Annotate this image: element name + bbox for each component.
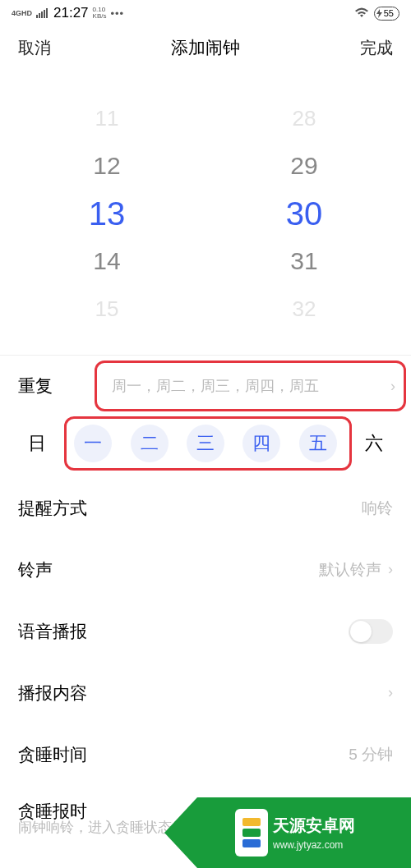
more-icon: ••• [110,7,124,20]
watermark: 天源安卓网 www.jytyaz.com [197,797,411,868]
chevron-right-icon: › [388,684,393,701]
picker-hour: 14 [93,245,120,278]
status-time: 21:27 [53,5,89,21]
status-right: 55 [354,7,399,21]
header: 取消 添加闹钟 完成 [0,23,411,76]
page-title: 添加闹钟 [171,36,240,59]
picker-hour: 11 [95,102,119,135]
chevron-right-icon: › [388,561,393,578]
alert-mode-label: 提醒方式 [18,497,87,520]
snooze-value: 5 分钟 [349,744,393,765]
days-row: 日 一 二 三 四 五 六 [0,416,411,477]
chevron-right-icon: › [390,378,395,395]
day-thu[interactable]: 四 [242,425,280,462]
settings-list: 重复 周一，周二，周三，周四，周五 › 日 一 二 三 四 五 六 提醒方式 响… [0,355,411,845]
network-type-label: 4GHD [12,9,32,17]
day-tue[interactable]: 二 [131,425,169,462]
repeat-label: 重复 [18,374,53,397]
cancel-button[interactable]: 取消 [18,37,51,59]
ringtone-row[interactable]: 铃声 默认铃声 › [0,539,411,600]
repeat-value: 周一，周二，周三，周四，周五 [112,376,319,396]
day-sat[interactable]: 六 [355,425,393,462]
voice-row[interactable]: 语音播报 [0,600,411,662]
watermark-url: www.jytyaz.com [273,839,355,851]
status-bar: 4GHD 21:27 0.10 KB/s ••• 55 [0,0,411,23]
voice-toggle[interactable] [349,619,393,644]
picker-hour: 15 [95,292,119,325]
signal-icon [36,8,48,18]
snooze-row[interactable]: 贪睡时间 5 分钟 [0,723,411,785]
picker-minute: 28 [293,102,316,135]
day-wed[interactable]: 三 [187,425,224,462]
snooze-label: 贪睡时间 [18,743,87,766]
picker-minute: 32 [293,292,316,325]
done-button[interactable]: 完成 [360,37,393,59]
voice-content-label: 播报内容 [18,682,87,705]
alert-mode-row[interactable]: 提醒方式 响铃 [0,477,411,539]
picker-hour-selected: 13 [89,197,126,230]
battery-icon: 55 [374,7,399,21]
highlight-repeat: 周一，周二，周三，周四，周五 › [95,361,406,411]
picker-hour: 12 [93,149,120,182]
ringtone-value: 默认铃声 [319,559,381,581]
minute-column[interactable]: 28 29 30 31 32 [286,102,323,325]
voice-label: 语音播报 [18,620,87,643]
day-fri[interactable]: 五 [299,425,337,462]
watermark-logo-icon [235,809,268,857]
status-left: 4GHD 21:27 0.10 KB/s ••• [12,5,124,21]
ringtone-label: 铃声 [18,558,53,581]
data-rate: 0.10 KB/s [93,7,107,20]
picker-minute: 29 [290,149,317,182]
alert-mode-value: 响铃 [362,498,393,519]
picker-minute: 31 [290,245,317,278]
voice-content-row[interactable]: 播报内容 › [0,662,411,723]
day-mon[interactable]: 一 [74,425,112,462]
repeat-row[interactable]: 重复 周一，周二，周三，周四，周五 › [0,356,411,416]
toggle-knob [350,621,372,642]
picker-minute-selected: 30 [286,197,323,230]
wifi-icon [354,7,369,21]
watermark-title: 天源安卓网 [273,815,355,837]
day-sun[interactable]: 日 [18,425,56,462]
hour-column[interactable]: 11 12 13 14 15 [89,102,126,325]
time-picker[interactable]: 11 12 13 14 15 28 29 30 31 32 [0,76,411,355]
